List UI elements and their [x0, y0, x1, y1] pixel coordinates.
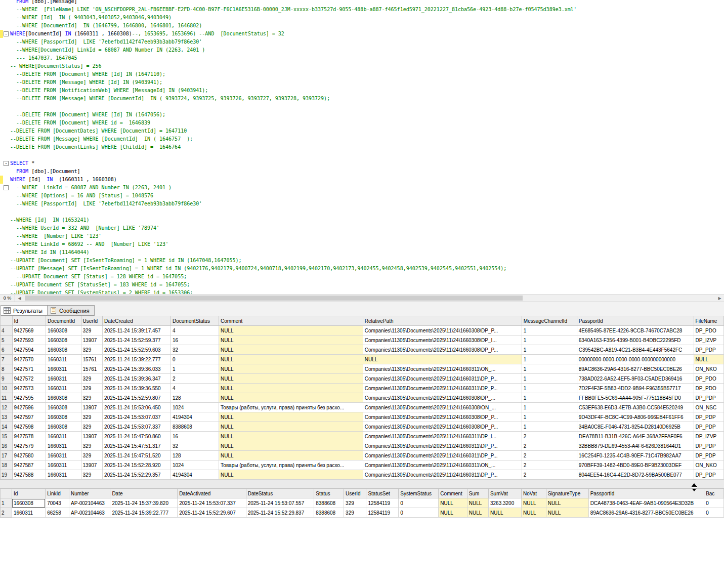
grid-cell[interactable]: DEA78B11-B31B-426C-A64F-368A2FFAF0F6: [577, 432, 694, 441]
editor-line[interactable]: --UPDATE Document SET [StatusSet] = 183 …: [0, 281, 724, 289]
editor-line[interactable]: --UPDATE [Document] SET [IsSentToRoaming…: [0, 257, 724, 265]
grid-cell[interactable]: 329: [81, 384, 103, 393]
grid-cell[interactable]: Companies\11305\Documents\2025\11\24\166…: [363, 470, 522, 480]
editor-line[interactable]: --WHERE [PassportId] LIKE '7ebefbd1142f4…: [0, 38, 724, 46]
grid-cell[interactable]: DP_PDP: [694, 470, 723, 480]
grid-cell[interactable]: 15761: [81, 355, 103, 364]
editor-line[interactable]: FROM [dbo].[Message]: [0, 0, 724, 6]
grid-cell[interactable]: NULL: [219, 335, 363, 345]
grid-cell[interactable]: 9427594: [12, 345, 46, 355]
sql-editor[interactable]: FROM [dbo].[Message] --WHERE [FileName] …: [0, 0, 724, 294]
editor-line[interactable]: FROM [dbo].[Document]: [0, 167, 724, 176]
grid-cell[interactable]: Товары (работы, услуги, права) приняты б…: [219, 403, 363, 412]
grid-cell[interactable]: 2025-11-24 15:39:36.550: [103, 384, 171, 393]
grid-cell[interactable]: 4E685495-87EE-4226-9CCB-74670C7ABC28: [577, 326, 694, 335]
grid-cell[interactable]: 13907: [81, 335, 103, 345]
grid-cell[interactable]: NULL: [219, 451, 363, 460]
grid-cell[interactable]: 1: [522, 335, 577, 345]
editor-line[interactable]: - --WHERE LinkId = 68087 AND Number IN (…: [0, 184, 724, 192]
grid-cell[interactable]: 9427597: [12, 412, 46, 422]
grid-cell[interactable]: 2025-11-24 15:53:07.337: [103, 422, 171, 432]
grid-cell[interactable]: 8388608: [314, 498, 344, 508]
grid-cell[interactable]: 9427587: [12, 460, 46, 470]
grid-cell[interactable]: 13907: [81, 403, 103, 412]
editor-line[interactable]: -WHERE[DocumentId] IN (1660311 , 1660308…: [0, 30, 724, 38]
grid-cell[interactable]: 00000000-0000-0000-0000-000000000000: [577, 355, 694, 364]
editor-line[interactable]: --WHERE [FileName] LIKE 'ON_NSCHFDOPPR_2…: [0, 6, 724, 14]
grid-cell[interactable]: 8388608: [171, 422, 219, 432]
select-all-corner[interactable]: [1, 316, 13, 326]
grid-cell[interactable]: 1: [522, 355, 577, 364]
editor-line[interactable]: --WHERE LinkId = 68692 -- AND [Number] L…: [0, 240, 724, 248]
row-header[interactable]: 6: [1, 345, 13, 355]
editor-line[interactable]: --UPDATE [Message] SET [IsSentToRoaming]…: [0, 265, 724, 273]
editor-line[interactable]: --DELETE FROM [DocumentDates] WHERE [Doc…: [0, 127, 724, 135]
hscrollbar-track[interactable]: [24, 295, 715, 302]
grid-cell[interactable]: 2: [171, 374, 219, 384]
grid-cell[interactable]: NULL: [219, 364, 363, 374]
grid-cell[interactable]: 4: [171, 384, 219, 393]
grid-cell[interactable]: 8388608: [314, 508, 344, 518]
grid-cell[interactable]: 1024: [171, 403, 219, 412]
grid-cell[interactable]: 2: [522, 432, 577, 441]
grid-cell[interactable]: Companies\11305\Documents\2025\11\24\166…: [363, 432, 522, 441]
grid-cell[interactable]: 1: [522, 384, 577, 393]
grid-cell[interactable]: 2: [522, 441, 577, 451]
scroll-left-button[interactable]: ◀: [15, 295, 24, 302]
row-header[interactable]: 17: [1, 451, 13, 460]
row-header[interactable]: 14: [1, 422, 13, 432]
grid-cell[interactable]: 1660308: [46, 326, 81, 335]
grid-cell[interactable]: DP_PDO: [694, 326, 723, 335]
grid-cell[interactable]: NULL: [522, 508, 546, 518]
column-header[interactable]: DateStatus: [246, 489, 314, 498]
grid-cell[interactable]: Companies\11305\Documents\2025\11\24\166…: [363, 422, 522, 432]
grid-cell[interactable]: NULL: [219, 345, 363, 355]
grid-cell[interactable]: 2: [522, 460, 577, 470]
grid-cell[interactable]: 1660308: [12, 498, 45, 508]
column-header[interactable]: Comment: [219, 316, 363, 326]
grid-cell[interactable]: 6340A163-F356-4399-B001-B4DBC22295FD: [577, 335, 694, 345]
grid-cell[interactable]: 329: [81, 393, 103, 403]
column-header[interactable]: SignatureType: [546, 489, 588, 498]
grid-cell[interactable]: Companies\11305\Documents\2025\11\24\166…: [363, 326, 522, 335]
grid-cell[interactable]: 2025-11-24 15:39:36.033: [103, 364, 171, 374]
grid-cell[interactable]: 4194304: [171, 412, 219, 422]
grid-cell[interactable]: 1: [522, 374, 577, 384]
row-header[interactable]: 10: [1, 384, 13, 393]
editor-line[interactable]: --UPDATE Document SET [SystemStatus] = 2…: [0, 289, 724, 294]
grid-cell[interactable]: Companies\11305\Documents\2025\11\24\166…: [363, 403, 522, 412]
grid-cell[interactable]: 128: [171, 393, 219, 403]
grid-cell[interactable]: 32: [171, 345, 219, 355]
grid-cell[interactable]: 2025-11-24 15:52:59.377: [103, 335, 171, 345]
grid-cell[interactable]: 1660311: [46, 451, 81, 460]
grid-cell[interactable]: 1660311: [46, 441, 81, 451]
grid-cell[interactable]: Товары (работы, услуги, права) приняты б…: [219, 460, 363, 470]
tab-results[interactable]: Результаты: [1, 305, 48, 316]
grid-cell[interactable]: NULL: [219, 432, 363, 441]
grid-cell[interactable]: 1660311: [12, 508, 45, 518]
grid-cell[interactable]: 4: [171, 326, 219, 335]
grid-cell[interactable]: 329: [81, 470, 103, 480]
grid-cell[interactable]: 16: [171, 335, 219, 345]
column-header[interactable]: DocumentStatus: [171, 316, 219, 326]
grid-cell[interactable]: 15761: [81, 364, 103, 374]
grid-cell[interactable]: NULL: [522, 498, 546, 508]
row-header[interactable]: 16: [1, 441, 13, 451]
editor-line[interactable]: --DELETE FROM [Message] WHERE [DocumentI…: [0, 95, 724, 103]
editor-line[interactable]: --DELETE FROM [Document] WHERE [Id] IN (…: [0, 70, 724, 78]
grid-cell[interactable]: 89AC8636-29A6-4316-8277-BBC50EC0BE26: [588, 508, 704, 518]
grid-cell[interactable]: 9427588: [12, 470, 46, 480]
grid-cell[interactable]: 2025-11-24 15:52:59.807: [103, 393, 171, 403]
row-header[interactable]: 2: [1, 508, 12, 518]
grid-cell[interactable]: 1: [522, 412, 577, 422]
row-header[interactable]: 8: [1, 364, 13, 374]
grid-cell[interactable]: 9427596: [12, 403, 46, 412]
select-all-corner[interactable]: [1, 489, 12, 498]
grid-cell[interactable]: 1024: [171, 460, 219, 470]
grid-cell[interactable]: 329: [81, 374, 103, 384]
grid-cell[interactable]: 1660308: [46, 345, 81, 355]
grid-cell[interactable]: 2025-11-24 15:39:22.777: [110, 508, 178, 518]
grid-cell[interactable]: Companies\11305\Documents\2025\11\24\166…: [363, 384, 522, 393]
editor-line[interactable]: --DELETE FROM [Message] WHERE [DocumentI…: [0, 135, 724, 143]
column-header[interactable]: DateActivated: [178, 489, 246, 498]
